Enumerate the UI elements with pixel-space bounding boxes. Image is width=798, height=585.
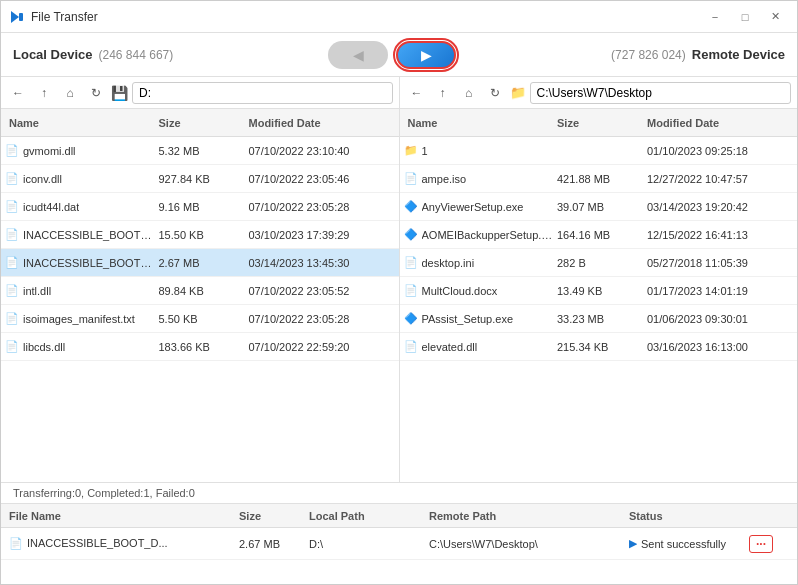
local-path-input[interactable]	[132, 82, 393, 104]
list-item[interactable]: 📄 isoimages_manifest.txt 5.50 KB 07/10/2…	[1, 305, 399, 333]
file-size: 5.32 MB	[155, 145, 245, 157]
status-text: Transferring:0, Completed:1, Failed:0	[13, 487, 195, 499]
app-title: File Transfer	[31, 10, 701, 24]
file-name-text: gvmomi.dll	[23, 145, 76, 157]
local-col-name: Name	[5, 117, 155, 129]
file-size: 2.67 MB	[155, 257, 245, 269]
list-item[interactable]: 📄 intl.dll 89.84 KB 07/10/2022 23:05:52	[1, 277, 399, 305]
transfer-right-button[interactable]: ▶	[396, 41, 456, 69]
file-size: 13.49 KB	[553, 285, 643, 297]
transfer-filename: 📄INACCESSIBLE_BOOT_D...	[9, 537, 239, 550]
local-table-header: Name Size Modified Date	[1, 109, 399, 137]
transfer-local-path: D:\	[309, 538, 429, 550]
file-icon: 📄	[5, 144, 19, 157]
local-device-id: (246 844 667)	[99, 48, 174, 62]
local-col-size: Size	[155, 117, 245, 129]
list-item[interactable]: 📄 MultCloud.docx 13.49 KB 01/17/2023 14:…	[400, 277, 798, 305]
remote-path-input[interactable]	[530, 82, 792, 104]
main-window: File Transfer − □ ✕ Local Device (246 84…	[0, 0, 798, 585]
window-controls: − □ ✕	[701, 7, 789, 27]
remote-home-button[interactable]: ⌂	[458, 82, 480, 104]
remote-back-button[interactable]: ←	[406, 82, 428, 104]
maximize-button[interactable]: □	[731, 7, 759, 27]
file-name-text: AOMEIBackupperSetup.6...	[422, 229, 554, 241]
arrow-right-icon: ▶	[421, 47, 432, 63]
transfer-col-size: Size	[239, 510, 309, 522]
file-name-text: elevated.dll	[422, 341, 478, 353]
file-date: 03/10/2023 17:39:29	[245, 229, 395, 241]
app-icon	[9, 9, 25, 25]
file-name-text: INACCESSIBLE_BOOT_D...	[23, 257, 155, 269]
list-item[interactable]: 📄 iconv.dll 927.84 KB 07/10/2022 23:05:4…	[1, 165, 399, 193]
file-size: 282 B	[553, 257, 643, 269]
remote-col-date: Modified Date	[643, 117, 793, 129]
file-size: 183.66 KB	[155, 341, 245, 353]
transfer-status: ▶ Sent successfully	[629, 537, 749, 550]
remote-refresh-button[interactable]: ↻	[484, 82, 506, 104]
file-name-text: isoimages_manifest.txt	[23, 313, 135, 325]
remote-table-header: Name Size Modified Date	[400, 109, 798, 137]
list-item[interactable]: 📄 ampe.iso 421.88 MB 12/27/2022 10:47:57	[400, 165, 798, 193]
file-date: 03/14/2023 19:20:42	[643, 201, 793, 213]
file-date: 01/17/2023 14:01:19	[643, 285, 793, 297]
list-item[interactable]: 📄 libcds.dll 183.66 KB 07/10/2022 22:59:…	[1, 333, 399, 361]
transfer-remote-path: C:\Users\W7\Desktop\	[429, 538, 629, 550]
remote-up-button[interactable]: ↑	[432, 82, 454, 104]
list-item[interactable]: 🔷 PAssist_Setup.exe 33.23 MB 01/06/2023 …	[400, 305, 798, 333]
file-icon: 📄	[5, 340, 19, 353]
list-item[interactable]: 📄 INACCESSIBLE_BOOT_D... 2.67 MB 03/14/2…	[1, 249, 399, 277]
transfer-section: File Name Size Local Path Remote Path St…	[1, 504, 797, 584]
file-date: 12/15/2022 16:41:13	[643, 229, 793, 241]
file-size: 33.23 MB	[553, 313, 643, 325]
file-icon: 📄	[5, 172, 19, 185]
transfer-table-header: File Name Size Local Path Remote Path St…	[1, 504, 797, 528]
more-options-button[interactable]: ···	[749, 535, 773, 553]
transfer-size: 2.67 MB	[239, 538, 309, 550]
transfer-col-remote: Remote Path	[429, 510, 629, 522]
file-name-text: MultCloud.docx	[422, 285, 498, 297]
local-file-list: 📄 gvmomi.dll 5.32 MB 07/10/2022 23:10:40…	[1, 137, 399, 482]
file-date: 01/10/2023 09:25:18	[643, 145, 793, 157]
list-item[interactable]: 📄 gvmomi.dll 5.32 MB 07/10/2022 23:10:40	[1, 137, 399, 165]
file-size: 421.88 MB	[553, 173, 643, 185]
file-name-text: desktop.ini	[422, 257, 475, 269]
file-size: 5.50 KB	[155, 313, 245, 325]
file-name-text: 1	[422, 145, 428, 157]
local-back-button[interactable]: ←	[7, 82, 29, 104]
list-item[interactable]: 📄 icudt44l.dat 9.16 MB 07/10/2022 23:05:…	[1, 193, 399, 221]
local-up-button[interactable]: ↑	[33, 82, 55, 104]
file-panels: Name Size Modified Date 📄 gvmomi.dll 5.3…	[1, 109, 797, 482]
file-size: 164.16 MB	[553, 229, 643, 241]
local-home-button[interactable]: ⌂	[59, 82, 81, 104]
file-date: 03/16/2023 16:13:00	[643, 341, 793, 353]
close-button[interactable]: ✕	[761, 7, 789, 27]
transfer-rows: 📄INACCESSIBLE_BOOT_D... 2.67 MB D:\ C:\U…	[1, 528, 797, 560]
file-date: 07/10/2022 23:05:28	[245, 201, 395, 213]
file-icon: 📄	[5, 228, 19, 241]
transfer-col-status: Status	[629, 510, 749, 522]
file-date: 07/10/2022 22:59:20	[245, 341, 395, 353]
list-item[interactable]: 📁 1 01/10/2023 09:25:18	[400, 137, 798, 165]
transfer-left-button[interactable]: ◀	[328, 41, 388, 69]
file-size: 89.84 KB	[155, 285, 245, 297]
list-item[interactable]: 🔷 AnyViewerSetup.exe 39.07 MB 03/14/2023…	[400, 193, 798, 221]
local-refresh-button[interactable]: ↻	[85, 82, 107, 104]
list-item[interactable]: 📄 INACCESSIBLE_BOOT_D... 15.50 KB 03/10/…	[1, 221, 399, 249]
list-item[interactable]: 🔷 AOMEIBackupperSetup.6... 164.16 MB 12/…	[400, 221, 798, 249]
list-item[interactable]: 📄 desktop.ini 282 B 05/27/2018 11:05:39	[400, 249, 798, 277]
file-name-text: ampe.iso	[422, 173, 467, 185]
file-icon: 📄	[404, 340, 418, 353]
svg-marker-0	[11, 11, 19, 23]
minimize-button[interactable]: −	[701, 7, 729, 27]
remote-col-size: Size	[553, 117, 643, 129]
local-address-bar: ← ↑ ⌂ ↻ 💾	[1, 77, 400, 108]
remote-col-name: Name	[404, 117, 554, 129]
remote-file-list: 📁 1 01/10/2023 09:25:18 📄 ampe.iso 421.8…	[400, 137, 798, 482]
file-name-text: libcds.dll	[23, 341, 65, 353]
file-date: 05/27/2018 11:05:39	[643, 257, 793, 269]
list-item[interactable]: 📄 elevated.dll 215.34 KB 03/16/2023 16:1…	[400, 333, 798, 361]
file-icon: 📄	[5, 284, 19, 297]
file-size: 39.07 MB	[553, 201, 643, 213]
file-name-text: INACCESSIBLE_BOOT_D...	[23, 229, 155, 241]
file-size: 9.16 MB	[155, 201, 245, 213]
